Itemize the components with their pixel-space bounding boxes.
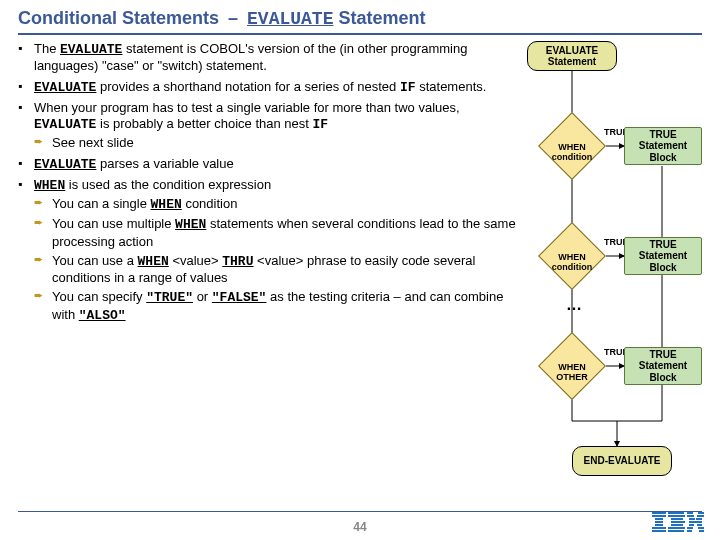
footer-rule — [18, 511, 702, 512]
bullet-4: EVALUATE parses a variable value — [18, 156, 522, 173]
svg-rect-31 — [689, 524, 694, 526]
flow-start: EVALUATE Statement — [527, 41, 617, 71]
bullet-5-sub-3: You can use a WHEN <value> THRU <value> … — [34, 253, 522, 287]
svg-rect-20 — [671, 521, 685, 523]
flow-stmt-1: TRUE Statement Block — [624, 127, 702, 165]
svg-rect-12 — [655, 518, 663, 520]
slide-title: Conditional Statements – EVALUATE Statem… — [18, 8, 702, 35]
svg-rect-25 — [698, 512, 704, 514]
bullet-3-sub: See next slide — [34, 135, 522, 151]
bullet-list: The EVALUATE statement is COBOL's versio… — [18, 41, 522, 324]
title-post: Statement — [333, 8, 425, 28]
ibm-logo — [652, 512, 704, 536]
svg-rect-35 — [687, 530, 692, 532]
svg-rect-17 — [668, 512, 684, 514]
bullet-3: When your program has to test a single v… — [18, 100, 522, 152]
content-row: The EVALUATE statement is COBOL's versio… — [18, 41, 702, 521]
svg-rect-16 — [652, 530, 666, 532]
bullet-5-sub-2: You can use multiple WHEN statements whe… — [34, 216, 522, 250]
flowchart: EVALUATE Statement WHEN condition TRUE T… — [522, 41, 702, 521]
svg-rect-24 — [687, 512, 693, 514]
svg-rect-15 — [652, 527, 666, 529]
slide: Conditional Statements – EVALUATE Statem… — [0, 0, 720, 540]
flow-cond-1: WHEN condition — [538, 121, 606, 171]
title-pre: Conditional Statements — [18, 8, 224, 28]
svg-rect-14 — [655, 524, 663, 526]
flow-ellipsis: … — [566, 296, 582, 314]
svg-rect-10 — [652, 512, 666, 514]
svg-rect-30 — [689, 521, 702, 523]
svg-rect-23 — [668, 530, 684, 532]
svg-rect-32 — [697, 524, 702, 526]
text-column: The EVALUATE statement is COBOL's versio… — [18, 41, 522, 521]
bullet-5-sub: You can a single WHEN condition You can … — [34, 196, 522, 324]
svg-rect-27 — [697, 515, 704, 517]
bullet-2: EVALUATE provides a shorthand notation f… — [18, 79, 522, 96]
page-number: 44 — [353, 520, 366, 534]
svg-rect-21 — [671, 524, 683, 526]
flow-stmt-3: TRUE Statement Block — [624, 347, 702, 385]
svg-rect-18 — [668, 515, 685, 517]
svg-rect-26 — [687, 515, 694, 517]
bullet-5-sub-1: You can a single WHEN condition — [34, 196, 522, 213]
title-dash: – — [228, 8, 238, 28]
bullet-1: The EVALUATE statement is COBOL's versio… — [18, 41, 522, 75]
flowchart-column: EVALUATE Statement WHEN condition TRUE T… — [522, 41, 702, 521]
bullet-5-sub-4: You can specify "TRUE" or "FALSE" as the… — [34, 289, 522, 324]
svg-rect-33 — [687, 527, 693, 529]
flow-stmt-2: TRUE Statement Block — [624, 237, 702, 275]
bullet-5: WHEN is used as the condition expression… — [18, 177, 522, 324]
svg-rect-36 — [699, 530, 704, 532]
svg-rect-22 — [668, 527, 685, 529]
svg-rect-11 — [652, 515, 666, 517]
bullet-3-sub-1: See next slide — [34, 135, 522, 151]
title-keyword: EVALUATE — [247, 9, 333, 29]
svg-rect-28 — [689, 518, 695, 520]
flow-end: END-EVALUATE — [572, 446, 672, 476]
flow-cond-2: WHEN condition — [538, 231, 606, 281]
flow-cond-3: WHEN OTHER — [538, 341, 606, 391]
svg-rect-19 — [671, 518, 683, 520]
svg-rect-34 — [698, 527, 704, 529]
svg-rect-13 — [655, 521, 663, 523]
svg-rect-29 — [696, 518, 702, 520]
